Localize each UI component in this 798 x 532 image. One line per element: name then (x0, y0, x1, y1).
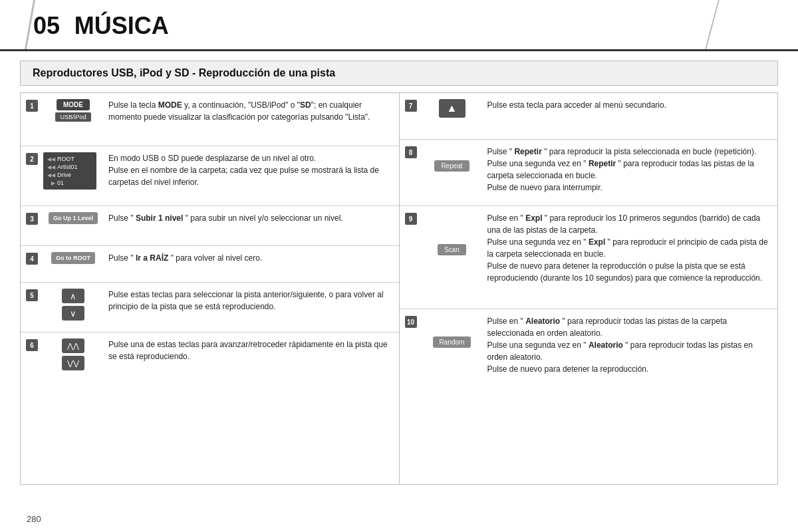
page-title: MÚSICA (74, 12, 169, 39)
double-arrow-down-button: ⋁⋁ (62, 356, 84, 370)
step-num-7: 7 (405, 100, 417, 112)
step-8: 8 Repeat Pulse " Repetir " para reproduc… (400, 140, 778, 206)
arrow-up-button: ∧ (62, 289, 84, 303)
arrow-down-button: ∨ (62, 306, 84, 321)
step-6: 6 ⋀⋀ ⋁⋁ Pulse una de estas teclas para a… (21, 332, 399, 376)
go-root-button: Go to ROOT (51, 252, 95, 264)
step-4: 4 Go to ROOT Pulse " Ir a RAÍZ " para vo… (21, 246, 399, 283)
step-num-4: 4 (26, 253, 38, 265)
step-8-text: Pulse " Repetir " para reproducir la pis… (487, 146, 773, 194)
step-1-text: Pulse la tecla MODE y, a continuación, "… (108, 99, 394, 123)
step-2-text: En modo USB o SD puede desplazarse de un… (108, 152, 394, 188)
subheader-title: Reproductores USB, iPod y SD - Reproducc… (33, 67, 335, 78)
step-10-icon: Random (422, 315, 482, 348)
usb-ipod-button: USB/iPod (55, 112, 90, 122)
mode-button: MODE (57, 99, 90, 110)
random-button: Random (433, 336, 471, 348)
step-3: 3 Go Up 1 Level Pulse " Subir 1 nivel " … (21, 206, 399, 246)
step-num-6: 6 (26, 339, 38, 351)
file-tree-icon: ◀◀ROOT ◀◀Artist01 ◀◀Drive ▶01 (43, 152, 96, 190)
step-7-icon: ▲ (422, 99, 482, 118)
step-5: 5 ∧ ∨ Pulse estas teclas para selecciona… (21, 283, 399, 332)
step-4-text: Pulse " Ir a RAÍZ " para volver al nivel… (108, 252, 394, 264)
go-up-button: Go Up 1 Level (49, 212, 98, 224)
page-number: 280 (27, 514, 41, 524)
step-num-3: 3 (26, 213, 38, 225)
step-num-8: 8 (405, 146, 417, 158)
step-1-icon: MODE USB/iPod (43, 99, 103, 122)
step-7-text: Pulse esta tecla para acceder al menú se… (487, 99, 773, 111)
step-9-icon: Scan (422, 212, 482, 255)
step-10: 10 Random Pulse en " Aleatorio " para re… (400, 309, 778, 382)
left-column: 1 MODE USB/iPod Pulse la tecla MODE y, a… (21, 93, 400, 484)
step-num-2: 2 (26, 153, 38, 165)
double-arrow-up-button: ⋀⋀ (62, 338, 84, 353)
step-6-text: Pulse una de estas teclas para avanzar/r… (108, 338, 394, 362)
main-content: 1 MODE USB/iPod Pulse la tecla MODE y, a… (20, 92, 778, 485)
step-7: 7 ▲ Pulse esta tecla para acceder al men… (400, 93, 778, 140)
step-6-icon: ⋀⋀ ⋁⋁ (43, 338, 103, 370)
step-3-icon: Go Up 1 Level (43, 212, 103, 224)
step-5-text: Pulse estas teclas para seleccionar la p… (108, 289, 394, 313)
step-2-icon: ◀◀ROOT ◀◀Artist01 ◀◀Drive ▶01 (43, 152, 103, 190)
step-num-9: 9 (405, 213, 417, 225)
step-8-icon: Repeat (422, 146, 482, 172)
repeat-button: Repeat (434, 160, 469, 172)
up-arrow-icon: ▲ (439, 99, 466, 118)
scan-button: Scan (438, 244, 466, 255)
step-2: 2 ◀◀ROOT ◀◀Artist01 ◀◀Drive ▶01 En modo … (21, 146, 399, 206)
step-num-5: 5 (26, 289, 38, 301)
step-num-1: 1 (26, 100, 38, 112)
step-9-text: Pulse en " Expl " para reproducir los 10… (487, 212, 773, 284)
subheader: Reproductores USB, iPod y SD - Reproducc… (20, 61, 778, 86)
chapter-number: 05 (33, 12, 60, 39)
step-3-text: Pulse " Subir 1 nivel " para subir un ni… (108, 212, 394, 224)
step-5-icon: ∧ ∨ (43, 289, 103, 321)
step-4-icon: Go to ROOT (43, 252, 103, 264)
right-column: 7 ▲ Pulse esta tecla para acceder al men… (400, 93, 778, 484)
step-9: 9 Scan Pulse en " Expl " para reproducir… (400, 206, 778, 309)
step-10-text: Pulse en " Aleatorio " para reproducir t… (487, 315, 773, 375)
step-num-10: 10 (405, 316, 417, 328)
step-1: 1 MODE USB/iPod Pulse la tecla MODE y, a… (21, 93, 399, 146)
